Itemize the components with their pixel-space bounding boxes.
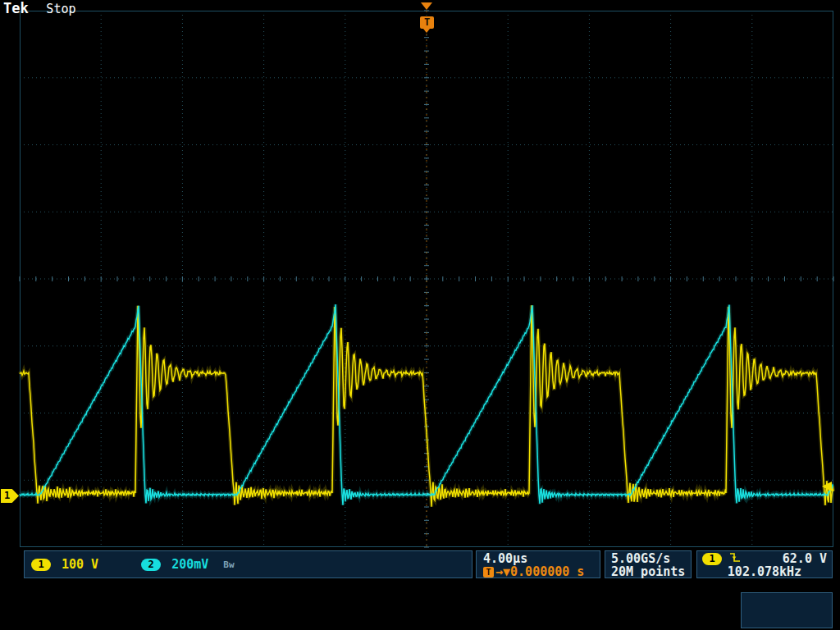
ch2-badge[interactable]: 2	[141, 559, 161, 571]
channel-readout-box[interactable]: 1 100 V 2 200mV Bw	[24, 550, 472, 578]
top-status-bar: Tek Stop	[3, 0, 75, 13]
trigger-flag-label: T	[424, 16, 430, 28]
time-per-division: 4.00µs	[483, 552, 600, 565]
trigger-level-arrow-icon[interactable]	[822, 482, 832, 491]
tek-logo: Tek	[3, 0, 29, 16]
trigger-position-arrow-icon[interactable]	[421, 2, 432, 10]
trigger-position-arrows-icon: →▼	[495, 564, 510, 579]
trigger-position-flag[interactable]: T	[420, 16, 434, 29]
trigger-position-readout: T →▼ 0.000000 s	[483, 565, 600, 578]
acquisition-readout-box[interactable]: 5.00GS/s 20M points	[605, 550, 692, 578]
oscilloscope-screen: Tek Stop T 1 1 100 V 2 200mV Bw 4.00µs T…	[0, 0, 840, 630]
trigger-readout-box[interactable]: 1 62.0 V 102.078kHz	[696, 550, 833, 578]
trigger-source-badge[interactable]: 1	[702, 553, 722, 565]
horizontal-readout-box[interactable]: 4.00µs T →▼ 0.000000 s	[476, 550, 600, 578]
trigger-position-value: 0.000000 s	[510, 564, 584, 579]
trigger-t-icon: T	[483, 567, 494, 578]
ch1-scale: 100 V	[62, 557, 98, 572]
ch1-ground-label: 1	[4, 490, 10, 501]
acquisition-status: Stop	[46, 2, 75, 16]
waveform-display	[0, 0, 840, 630]
ch1-badge[interactable]: 1	[31, 559, 51, 571]
trigger-frequency: 102.078kHz	[702, 565, 827, 578]
record-length: 20M points	[611, 565, 691, 578]
ch2-bandwidth-limit-icon: Bw	[223, 559, 234, 570]
ch2-scale: 200mV	[171, 557, 208, 572]
datetime-box: 13 Jul 2023 11:30:11	[741, 592, 833, 628]
sample-rate: 5.00GS/s	[611, 552, 691, 565]
